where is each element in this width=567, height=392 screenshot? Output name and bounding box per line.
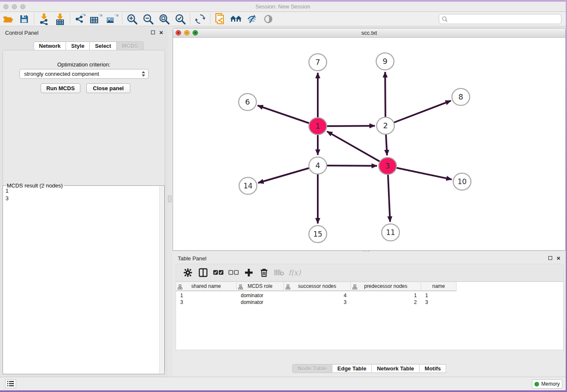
close-panel-icon[interactable]: × xyxy=(158,30,164,36)
graph-node-2[interactable]: 2 xyxy=(377,117,394,134)
mcds-result-list[interactable]: 13 xyxy=(6,187,158,373)
node-label: 4 xyxy=(315,161,320,170)
table-cell[interactable]: 3 xyxy=(176,299,237,306)
delete-icon[interactable] xyxy=(256,265,272,280)
column-header-MCDS-role[interactable]: MCDS role xyxy=(237,282,284,291)
graph-node-7[interactable]: 7 xyxy=(309,54,327,71)
table-close-icon[interactable]: × xyxy=(556,255,561,261)
table-tab-edge-table[interactable]: Edge Table xyxy=(332,364,372,373)
show-all-icon[interactable] xyxy=(260,13,276,25)
zoom-fit-icon[interactable] xyxy=(156,13,172,25)
column-header-successor-nodes[interactable]: successor nodes xyxy=(284,282,351,291)
column-header-predecessor-nodes[interactable]: predecessor nodes xyxy=(351,282,421,291)
session-title: Session: New Session xyxy=(0,3,566,10)
add-column-icon[interactable] xyxy=(241,265,256,280)
hide-selected-icon[interactable] xyxy=(244,13,260,25)
toolbar-separator xyxy=(34,14,34,25)
graph-edge-2-8[interactable] xyxy=(385,101,451,126)
refresh-layout-icon[interactable] xyxy=(192,13,208,25)
export-table-icon[interactable] xyxy=(88,13,104,25)
import-network-icon[interactable] xyxy=(36,13,52,25)
toolbar-separator xyxy=(122,14,122,25)
graph-edge-3-10[interactable] xyxy=(388,166,452,179)
network-canvas[interactable]: 1234678910111415 xyxy=(173,38,565,250)
graph-node-4[interactable]: 4 xyxy=(309,157,327,174)
graph-node-15[interactable]: 15 xyxy=(309,226,327,243)
close-panel-button[interactable]: Close panel xyxy=(86,83,130,93)
column-header-name[interactable]: name xyxy=(421,282,457,291)
table-cell[interactable]: 4 xyxy=(284,292,351,299)
zoom-out-icon[interactable] xyxy=(140,13,156,25)
node-label: 10 xyxy=(457,177,467,186)
graph-node-14[interactable]: 14 xyxy=(239,177,257,194)
open-file-icon[interactable] xyxy=(0,13,16,25)
import-table-icon[interactable] xyxy=(52,13,68,25)
table-tab-node-table[interactable]: Node Table xyxy=(292,364,332,373)
search-field-container xyxy=(439,14,561,24)
graph-node-3[interactable]: 3 xyxy=(379,157,396,174)
zoom-in-icon[interactable] xyxy=(124,13,140,25)
graph-edge-1-6[interactable] xyxy=(258,105,318,126)
graph-node-6[interactable]: 6 xyxy=(239,94,256,110)
splitter-handle[interactable] xyxy=(168,196,171,202)
table-header-row: shared nameMCDS rolesuccessor nodesprede… xyxy=(176,282,457,291)
float-panel-icon[interactable] xyxy=(150,30,156,36)
table-tab-network-table[interactable]: Network Table xyxy=(372,364,420,373)
graph-node-1[interactable]: 1 xyxy=(309,118,327,135)
table-cell[interactable]: dominator xyxy=(237,299,284,306)
list-icon xyxy=(7,381,14,386)
function-builder-icon[interactable]: f(x) xyxy=(287,265,302,280)
hierarchy-icon xyxy=(178,284,182,292)
table-row[interactable]: 3dominator323 xyxy=(176,299,457,306)
task-history-button[interactable] xyxy=(5,379,16,388)
optimization-criterion-select[interactable]: strongly connected component xyxy=(19,69,149,79)
run-mcds-button[interactable]: Run MCDS xyxy=(41,83,80,93)
table-panel-title: Table Panel xyxy=(178,255,206,262)
zoom-selected-icon[interactable] xyxy=(172,13,188,25)
gear-icon[interactable] xyxy=(180,265,195,280)
tab-mcds[interactable]: MCDS xyxy=(117,41,143,50)
table-cell[interactable]: 3 xyxy=(284,299,351,306)
result-line: 3 xyxy=(6,195,158,202)
select-stepper-icon xyxy=(142,71,145,77)
column-view-icon[interactable] xyxy=(195,265,211,280)
deselect-all-icon[interactable] xyxy=(226,265,241,280)
table-cell[interactable]: 1 xyxy=(176,292,237,299)
network-window-titlebar[interactable]: × − + scc.txt xyxy=(173,28,565,38)
select-all-icon[interactable] xyxy=(211,265,226,280)
memory-button[interactable]: Memory xyxy=(532,379,562,389)
table-cell[interactable]: 2 xyxy=(351,299,421,306)
first-neighbors-icon[interactable] xyxy=(228,13,244,25)
toolbar-separator xyxy=(190,14,190,25)
graph-node-9[interactable]: 9 xyxy=(376,53,394,70)
result-scrollbar[interactable] xyxy=(159,186,164,373)
toolbar-separator xyxy=(70,14,70,25)
graph-node-10[interactable]: 10 xyxy=(453,173,471,190)
status-bar: Memory xyxy=(0,377,566,390)
export-image-icon[interactable] xyxy=(104,13,120,25)
table-float-icon[interactable] xyxy=(547,255,553,261)
save-session-icon[interactable] xyxy=(16,13,32,25)
copy-network-icon[interactable] xyxy=(212,13,228,25)
graph-node-11[interactable]: 11 xyxy=(382,224,399,241)
export-network-icon[interactable] xyxy=(72,13,88,25)
table-cell[interactable]: 1 xyxy=(351,292,421,299)
search-input[interactable] xyxy=(449,16,561,22)
graph-node-8[interactable]: 8 xyxy=(452,88,470,105)
table-cell[interactable]: 3 xyxy=(421,299,457,306)
node-label: 9 xyxy=(383,57,387,66)
delete-table-icon[interactable] xyxy=(272,265,287,280)
result-line: 1 xyxy=(6,187,158,195)
table-row[interactable]: 1dominator411 xyxy=(176,292,457,299)
tab-style[interactable]: Style xyxy=(66,41,90,50)
panel-splitter[interactable] xyxy=(168,26,173,377)
tab-network[interactable]: Network xyxy=(33,41,66,50)
tab-select[interactable]: Select xyxy=(90,41,116,50)
table-panel: Table Panel × xyxy=(173,252,566,377)
column-header-shared-name[interactable]: shared name xyxy=(176,282,237,291)
graph-edge-3-1[interactable] xyxy=(327,131,388,166)
table-cell[interactable]: 1 xyxy=(421,292,457,299)
table-tab-motifs[interactable]: Motifs xyxy=(420,364,446,373)
table-cell[interactable]: dominator xyxy=(237,292,284,299)
node-label: 2 xyxy=(383,121,388,130)
